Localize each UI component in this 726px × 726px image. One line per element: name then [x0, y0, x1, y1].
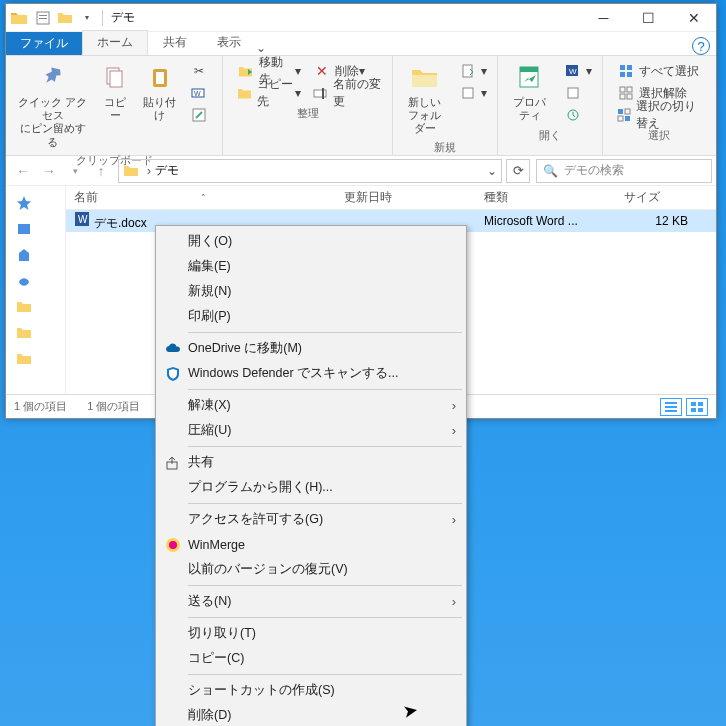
ribbon-collapse-icon[interactable]: ⌄ — [256, 41, 266, 55]
ctx-item-21[interactable]: コピー(C) — [158, 646, 464, 671]
sidebar-item-3[interactable] — [6, 268, 65, 294]
view-icons-button[interactable] — [686, 398, 708, 416]
tab-home[interactable]: ホーム — [82, 30, 148, 55]
ctx-item-1[interactable]: 編集(E) — [158, 254, 464, 279]
chevron-right-icon[interactable]: › — [147, 164, 151, 178]
ctx-item-23[interactable]: ショートカットの作成(S) — [158, 678, 464, 703]
address-field[interactable]: › デモ ⌄ — [118, 159, 502, 183]
pasteshortcut-button[interactable] — [186, 104, 216, 126]
ctx-item-label: OneDrive に移動(M) — [188, 340, 302, 357]
ctx-item-8[interactable]: 解凍(X)› — [158, 393, 464, 418]
tab-view[interactable]: 表示 — [202, 30, 256, 55]
folder-small-icon[interactable] — [57, 10, 73, 26]
qat-dropdown-icon[interactable]: ▾ — [79, 10, 95, 26]
easyaccess-icon — [459, 85, 477, 101]
refresh-button[interactable]: ⟳ — [506, 159, 530, 183]
open-icon: W — [564, 63, 582, 79]
maximize-button[interactable]: ☐ — [626, 4, 671, 32]
easyaccess-button[interactable]: ▾ — [455, 82, 491, 104]
copypath-button[interactable]: W — [186, 82, 216, 104]
col-size[interactable]: サイズ — [616, 186, 696, 209]
newitem-button[interactable]: ▾ — [455, 60, 491, 82]
ctx-item-16[interactable]: 以前のバージョンの復元(V) — [158, 557, 464, 582]
ctx-item-label: 圧縮(U) — [188, 422, 231, 439]
shortcut-icon — [190, 107, 208, 123]
copyto-label: コピー先 — [257, 76, 295, 110]
properties-button[interactable]: プロパティ — [504, 60, 556, 124]
nav-back-button[interactable]: ← — [10, 158, 36, 184]
chevron-right-icon: › — [452, 398, 456, 413]
ctx-item-label: プログラムから開く(H)... — [188, 479, 333, 496]
sidebar-item-2[interactable] — [6, 242, 65, 268]
nav-sidebar — [6, 186, 66, 394]
ctx-item-14[interactable]: アクセスを許可する(G)› — [158, 507, 464, 532]
ctx-item-11[interactable]: 共有 — [158, 450, 464, 475]
titlebar-separator — [102, 10, 103, 26]
newfolder-button[interactable]: 新しい フォルダー — [399, 60, 451, 138]
sidebar-item-1[interactable] — [6, 216, 65, 242]
nav-up-button[interactable]: ↑ — [88, 158, 114, 184]
ctx-item-label: 切り取り(T) — [188, 625, 256, 642]
tab-share[interactable]: 共有 — [148, 30, 202, 55]
address-path: デモ — [155, 162, 179, 179]
ctx-item-18[interactable]: 送る(N)› — [158, 589, 464, 614]
nav-forward-button[interactable]: → — [36, 158, 62, 184]
copyto-button[interactable]: コピー先 ▾ — [233, 82, 305, 104]
ribbon-group-select: すべて選択 選択解除 選択の切り替え 選択 — [603, 56, 716, 155]
svg-rect-25 — [627, 87, 632, 92]
ctx-item-5[interactable]: OneDrive に移動(M) — [158, 336, 464, 361]
svg-rect-20 — [620, 65, 625, 70]
ctx-item-9[interactable]: 圧縮(U)› — [158, 418, 464, 443]
svg-rect-32 — [18, 224, 30, 234]
ctx-item-6[interactable]: Windows Defender でスキャンする... — [158, 361, 464, 386]
svg-text:W: W — [78, 214, 88, 225]
sidebar-item-6[interactable] — [6, 346, 65, 372]
col-modified[interactable]: 更新日時 — [336, 186, 476, 209]
cut-button[interactable]: ✂ — [186, 60, 216, 82]
open-button[interactable]: W▾ — [560, 60, 596, 82]
ctx-item-3[interactable]: 印刷(P) — [158, 304, 464, 329]
search-field[interactable]: 🔍 デモの検索 — [536, 159, 712, 183]
column-headers: 名前 ˄ 更新日時 種類 サイズ — [66, 186, 716, 210]
ctx-item-20[interactable]: 切り取り(T) — [158, 621, 464, 646]
invertselect-button[interactable]: 選択の切り替え — [613, 104, 710, 126]
selectall-button[interactable]: すべて選択 — [613, 60, 710, 82]
edit-icon — [564, 85, 582, 101]
ctx-item-12[interactable]: プログラムから開く(H)... — [158, 475, 464, 500]
pin-to-quickaccess-button[interactable]: クイック アクセス にピン留めする — [12, 60, 93, 151]
sidebar-quick[interactable] — [6, 190, 65, 216]
ctx-item-0[interactable]: 開く(O) — [158, 229, 464, 254]
newfolder-icon — [409, 62, 441, 94]
nav-recent-button[interactable]: ▾ — [62, 158, 88, 184]
qat-properties-icon[interactable] — [35, 10, 51, 26]
col-type[interactable]: 種類 — [476, 186, 616, 209]
sidebar-item-5[interactable] — [6, 320, 65, 346]
minimize-button[interactable]: ─ — [581, 4, 626, 32]
ctx-item-label: Windows Defender でスキャンする... — [188, 365, 399, 382]
close-button[interactable]: ✕ — [671, 4, 716, 32]
rename-label: 名前の変更 — [333, 76, 382, 110]
invert-label: 選択の切り替え — [636, 98, 706, 132]
path-icon: W — [190, 85, 208, 101]
view-details-button[interactable] — [660, 398, 682, 416]
sidebar-item-4[interactable] — [6, 294, 65, 320]
paste-button[interactable]: 貼り付け — [137, 60, 182, 124]
ctx-separator — [188, 585, 462, 586]
copyto-icon — [237, 85, 253, 101]
col-name[interactable]: 名前 ˄ — [66, 186, 336, 209]
history-button[interactable] — [560, 104, 596, 126]
ctx-item-15[interactable]: WinMerge — [158, 532, 464, 557]
copy-button[interactable]: コピー — [93, 60, 137, 124]
svg-rect-41 — [698, 408, 703, 412]
search-placeholder: デモの検索 — [564, 162, 624, 179]
edit-button[interactable] — [560, 82, 596, 104]
ribbon-group-new: 新しい フォルダー ▾ ▾ 新規 — [393, 56, 498, 155]
tab-file[interactable]: ファイル — [6, 32, 82, 55]
help-button[interactable]: ? — [692, 37, 710, 55]
addr-dropdown-icon[interactable]: ⌄ — [487, 164, 497, 178]
svg-rect-23 — [627, 72, 632, 77]
svg-rect-35 — [665, 402, 677, 404]
rename-button[interactable]: 名前の変更 — [309, 82, 386, 104]
ctx-item-2[interactable]: 新規(N) — [158, 279, 464, 304]
svg-rect-1 — [39, 15, 47, 16]
